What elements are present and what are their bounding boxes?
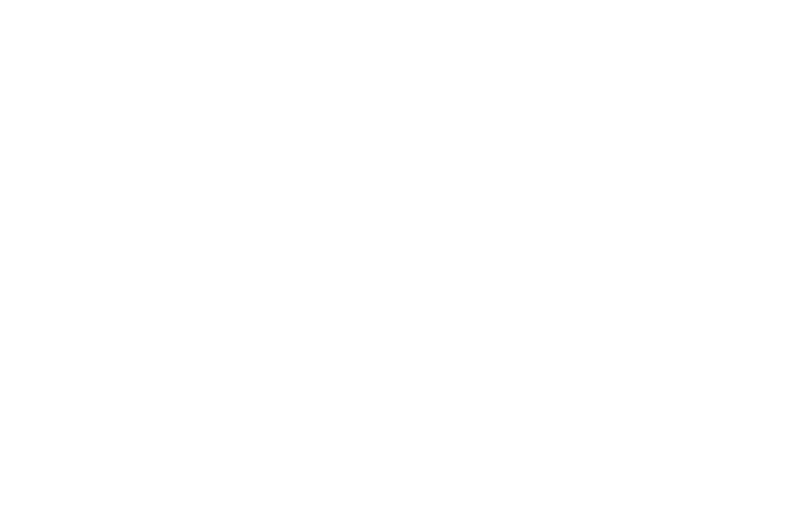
stock-chart-window — [0, 0, 812, 531]
stock-chart-canvas — [0, 0, 812, 531]
